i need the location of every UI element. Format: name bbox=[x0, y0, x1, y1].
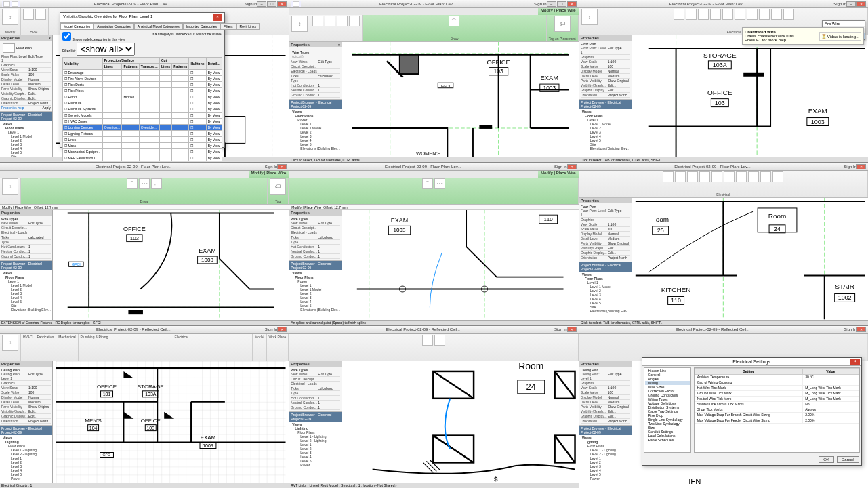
close-btn[interactable]: × bbox=[277, 1, 287, 7]
cable-tray-icon[interactable] bbox=[686, 9, 697, 20]
pane-7: Electrical Project-02-09 - Reflected Cei… bbox=[289, 326, 578, 488]
es-tree[interactable]: Hidden LineGeneralAnglesWiringWire Sizes… bbox=[644, 367, 691, 453]
svg-text:1003: 1003 bbox=[203, 443, 213, 447]
pane-2: Electrical Project-02-09 - Floor Plan: L… bbox=[579, 0, 868, 162]
svg-text:103: 103 bbox=[146, 425, 154, 430]
es-table[interactable]: SettingValueAmbient Temperature30 °CGap … bbox=[694, 367, 860, 453]
cable-tray-fitting-icon[interactable] bbox=[722, 9, 733, 20]
conduit-icon[interactable] bbox=[698, 9, 709, 20]
svg-text:103A: 103A bbox=[145, 391, 157, 396]
arc-wire-item[interactable]: Arc Wire bbox=[823, 21, 865, 27]
arc-icon[interactable]: ⌒ bbox=[127, 178, 138, 189]
svg-text:25: 25 bbox=[657, 227, 663, 234]
svg-text:OFFICE: OFFICE bbox=[707, 89, 732, 96]
qat-undo[interactable] bbox=[12, 1, 18, 7]
view-type-icon bbox=[3, 43, 15, 53]
svg-text:EXAM: EXAM bbox=[808, 107, 827, 115]
svg-text:WOMEN'S: WOMEN'S bbox=[416, 150, 440, 157]
context-tab[interactable]: Modify | Place Wire bbox=[538, 8, 579, 15]
wire-icon[interactable] bbox=[663, 171, 674, 182]
max-btn[interactable]: □ bbox=[267, 1, 276, 7]
pane-3: Electrical Project-02-09 - Floor Plan: L… bbox=[0, 163, 289, 325]
svg-text:110: 110 bbox=[671, 298, 681, 304]
svg-text:Room: Room bbox=[519, 361, 544, 371]
pane-0: Electrical Project-02-09 - Floor Plan: L… bbox=[0, 0, 289, 162]
svg-text:OFFICE: OFFICE bbox=[97, 384, 117, 390]
vg-title: Visibility/Graphic Overrides for Floor P… bbox=[63, 14, 152, 21]
svg-text:EXAM: EXAM bbox=[199, 247, 215, 254]
pane-1: Electrical Project-02-09 - Floor Plan: L… bbox=[289, 0, 578, 162]
svg-text:1003: 1003 bbox=[394, 228, 406, 234]
cable-tray-fitting-icon[interactable] bbox=[711, 171, 722, 182]
modify-icon[interactable]: ↕ bbox=[2, 9, 18, 25]
svg-text:STORAGE: STORAGE bbox=[703, 52, 737, 59]
svg-text:OFFICE: OFFICE bbox=[123, 226, 146, 233]
electrical-equipment-icon[interactable] bbox=[736, 171, 747, 182]
svg-text:KITCHEN: KITCHEN bbox=[661, 287, 690, 294]
show-categories-cb bbox=[62, 32, 71, 41]
es-ok[interactable]: OK bbox=[819, 456, 834, 463]
svg-text:MEN'S: MEN'S bbox=[85, 417, 102, 423]
component-icon[interactable] bbox=[783, 9, 794, 20]
qat-save[interactable] bbox=[3, 1, 10, 7]
es-cancel[interactable]: Cancel bbox=[837, 456, 859, 463]
svg-rect-30 bbox=[743, 73, 764, 77]
pane-4: Electrical Project-02-09 - Floor Plan: L… bbox=[289, 163, 578, 325]
svg-text:STORAGE: STORAGE bbox=[138, 384, 164, 390]
filter-select[interactable]: <show all> bbox=[77, 43, 135, 56]
cable-tray-icon[interactable] bbox=[675, 171, 686, 182]
svg-text:110: 110 bbox=[544, 216, 554, 222]
svg-text:STAIR: STAIR bbox=[835, 283, 854, 291]
vg-grid[interactable]: VisibilityProjection/SurfaceCutHalftoneD… bbox=[62, 57, 222, 161]
svg-rect-18 bbox=[480, 125, 493, 129]
component-icon[interactable] bbox=[772, 171, 783, 182]
svg-text:103: 103 bbox=[130, 235, 140, 241]
svg-text:OFFICE: OFFICE bbox=[487, 58, 510, 66]
parallel-conduits-icon[interactable] bbox=[710, 9, 721, 20]
canvas[interactable]: OFFICE 103 EXAM 1003 WOMEN'S GFCI bbox=[342, 42, 578, 157]
svg-text:GFCI: GFCI bbox=[441, 84, 451, 88]
props-header: Properties× bbox=[0, 35, 52, 41]
duct-icon[interactable] bbox=[23, 9, 34, 20]
pane-6: Electrical Project-02-09 - Reflected Cei… bbox=[0, 326, 289, 488]
chamfer-icon[interactable]: ⌐ bbox=[151, 178, 162, 189]
tag-icon[interactable]: 🏷 bbox=[270, 178, 286, 195]
pane-5: Electrical Project-02-09 - Floor Plan: L… bbox=[579, 163, 868, 325]
svg-text:103: 103 bbox=[715, 100, 725, 106]
filename: Electrical Project-02-09 - Floor Plan: L… bbox=[20, 2, 245, 6]
parallel-conduits-icon[interactable] bbox=[699, 171, 710, 182]
svg-text:Room: Room bbox=[768, 212, 786, 220]
wire-icon[interactable] bbox=[674, 9, 684, 20]
sign-in[interactable]: Sign In bbox=[245, 2, 257, 6]
vg-dialog: Visibility/Graphic Overrides for Floor P… bbox=[60, 12, 225, 148]
min-btn[interactable]: − bbox=[257, 1, 266, 7]
tag-icon[interactable]: 🏷 bbox=[554, 16, 571, 32]
svg-text:oom: oom bbox=[655, 216, 668, 223]
svg-rect-8 bbox=[400, 55, 419, 74]
spline-icon[interactable]: 〰 bbox=[139, 178, 150, 189]
modify-icon[interactable]: ↕ bbox=[291, 16, 308, 32]
svg-text:EXAM: EXAM bbox=[391, 217, 408, 224]
svg-text:EXAM: EXAM bbox=[201, 434, 216, 440]
svg-text:101: 101 bbox=[103, 391, 111, 396]
svg-rect-42 bbox=[128, 310, 143, 314]
conduit-icon[interactable] bbox=[687, 171, 698, 182]
svg-text:GFCI: GFCI bbox=[103, 453, 111, 457]
electrical-equipment-icon[interactable] bbox=[747, 9, 758, 20]
conduit-fitting-icon[interactable] bbox=[735, 9, 745, 20]
device-icon[interactable] bbox=[759, 9, 770, 20]
svg-text:EXAM: EXAM bbox=[541, 74, 559, 81]
es-close[interactable]: × bbox=[850, 359, 860, 365]
tooltip: Chamfered WireDraws chamfered wire runsP… bbox=[742, 27, 864, 45]
arc-wire-icon[interactable]: ⌒ bbox=[449, 16, 459, 26]
conduit-fitting-icon[interactable] bbox=[724, 171, 735, 182]
vg-close[interactable]: × bbox=[213, 14, 222, 21]
titlebar: Electrical Project-02-09 - Floor Plan: L… bbox=[0, 0, 289, 8]
svg-text:24: 24 bbox=[526, 381, 536, 391]
svg-text:1003: 1003 bbox=[201, 258, 213, 264]
device-icon[interactable] bbox=[748, 171, 759, 182]
lighting-fixture-icon[interactable] bbox=[771, 9, 782, 20]
svg-text:104: 104 bbox=[89, 425, 98, 430]
lighting-fixture-icon[interactable] bbox=[760, 171, 771, 182]
svg-text:1003: 1003 bbox=[810, 119, 824, 125]
